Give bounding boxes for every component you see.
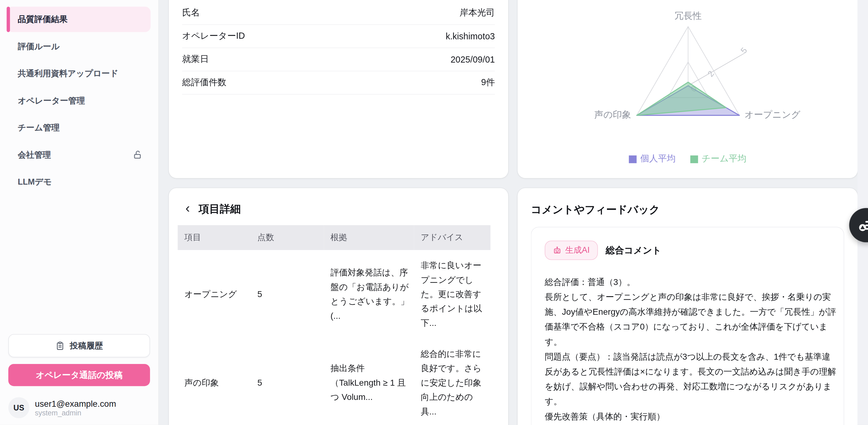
overall-comment-label: 総合コメント bbox=[606, 244, 661, 256]
sidebar-item-label: LLMデモ bbox=[18, 177, 52, 187]
legend-item-personal: 個人平均 bbox=[629, 153, 676, 165]
post-history-label: 投稿履歴 bbox=[70, 340, 103, 351]
radar-axis-redundancy: 冗長性 bbox=[674, 10, 702, 22]
clipboard-icon bbox=[56, 341, 65, 350]
sidebar: 品質評価結果 評価ルール 共通利用資料アップロード オペレーター管理 チーム管理… bbox=[0, 0, 159, 425]
profile-value: 2025/09/01 bbox=[451, 55, 495, 64]
main-content: 氏名 岸本光司 オペレーターID k.kishimoto3 就業日 2025/0… bbox=[159, 0, 868, 425]
cell-item: オープニング bbox=[178, 250, 251, 338]
sidebar-item-label: チーム管理 bbox=[18, 123, 60, 133]
sidebar-item-llm-demo[interactable]: LLMデモ bbox=[6, 169, 150, 195]
sidebar-nav: 品質評価結果 評価ルール 共通利用資料アップロード オペレーター管理 チーム管理… bbox=[0, 0, 158, 195]
profile-table: 氏名 岸本光司 オペレーターID k.kishimoto3 就業日 2025/0… bbox=[182, 2, 495, 95]
cell-advice: 非常に良いオープニングでした。更に改善するポイントは以下... bbox=[414, 250, 490, 338]
robot-icon bbox=[553, 246, 561, 255]
profile-row-operator-id: オペレーターID k.kishimoto3 bbox=[182, 25, 495, 48]
cell-basis: 評価対象発話は、序盤の「お電話ありがとうございます。」(... bbox=[324, 250, 414, 338]
column-basis: 根拠 bbox=[324, 225, 414, 250]
column-advice: アドバイス bbox=[414, 225, 490, 250]
app-root: 品質評価結果 評価ルール 共通利用資料アップロード オペレーター管理 チーム管理… bbox=[0, 0, 868, 425]
post-history-button[interactable]: 投稿履歴 bbox=[8, 334, 150, 357]
sidebar-item-label: 品質評価結果 bbox=[18, 14, 68, 25]
legend-swatch-personal bbox=[629, 155, 637, 163]
item-detail-card: ‹ 項目詳細 項目 点数 根拠 アドバイス オープニング 5 bbox=[169, 188, 508, 425]
ai-comment-text: 総合評価：普通（3）。 長所として、オープニングと声の印象は非常に良好で、挨拶・… bbox=[545, 274, 836, 425]
profile-value: k.kishimoto3 bbox=[446, 31, 495, 41]
sidebar-item-label: 会社管理 bbox=[18, 150, 51, 160]
comments-card: コメントやフィードバック 生成AI bbox=[518, 188, 858, 425]
table-row: オープニング 5 評価対象発話は、序盤の「お電話ありがとうございます。」(...… bbox=[178, 250, 490, 338]
comments-title: コメントやフィードバック bbox=[531, 203, 844, 217]
sidebar-item-quality-results[interactable]: 品質評価結果 bbox=[6, 6, 150, 32]
radar-axis-voice: 声の印象 bbox=[594, 109, 631, 121]
sidebar-item-eval-rules[interactable]: 評価ルール bbox=[6, 34, 150, 59]
cell-score: 5 bbox=[251, 338, 324, 425]
cell-advice: 総合的に非常に良好です。さらに安定した印象向上のための具... bbox=[414, 338, 490, 425]
cell-basis: 抽出条件 （TalkLength ≥ 1 且つ Volum... bbox=[324, 338, 414, 425]
sidebar-footer: 投稿履歴 オペレータ通話の投稿 US user1@example.com sys… bbox=[8, 334, 150, 418]
legend-label: チーム平均 bbox=[702, 153, 746, 165]
sidebar-item-label: オペレーター管理 bbox=[18, 95, 85, 106]
profile-label: 就業日 bbox=[182, 54, 209, 65]
sidebar-item-company-mgmt[interactable]: 会社管理 bbox=[6, 142, 150, 168]
detail-title: 項目詳細 bbox=[199, 202, 241, 216]
detail-header: ‹ 項目詳細 bbox=[185, 202, 495, 216]
sidebar-item-shared-upload[interactable]: 共通利用資料アップロード bbox=[6, 61, 150, 86]
operator-profile-card: 氏名 岸本光司 オペレーターID k.kishimoto3 就業日 2025/0… bbox=[169, 0, 508, 178]
generative-ai-label: 生成AI bbox=[565, 245, 590, 256]
radar-chart-card: 025 冗長性 オープニング 声の印象 個人平均 チーム平均 bbox=[518, 0, 858, 178]
radar-chart: 025 bbox=[518, 0, 858, 178]
profile-row-eval-count: 総評価件数 9件 bbox=[182, 71, 495, 95]
legend-item-team: チーム平均 bbox=[690, 153, 746, 165]
user-role: system_admin bbox=[35, 408, 116, 418]
sidebar-item-team-mgmt[interactable]: チーム管理 bbox=[6, 115, 150, 140]
sidebar-item-operator-mgmt[interactable]: オペレーター管理 bbox=[6, 88, 150, 113]
user-email: user1@example.com bbox=[35, 398, 116, 408]
ai-badge-row: 生成AI 総合コメント bbox=[545, 241, 834, 260]
profile-label: オペレーターID bbox=[182, 30, 245, 42]
ai-comment-box: 生成AI 総合コメント 総合評価：普通（3）。 長所として、オープニングと声の印… bbox=[531, 227, 844, 425]
radar-legend: 個人平均 チーム平均 bbox=[518, 153, 858, 165]
profile-value: 岸本光司 bbox=[459, 7, 495, 19]
column-score: 点数 bbox=[251, 225, 324, 250]
sidebar-item-label: 共通利用資料アップロード bbox=[18, 68, 118, 79]
playlist-icon bbox=[859, 218, 868, 233]
legend-label: 個人平均 bbox=[640, 153, 676, 165]
profile-row-employment-date: 就業日 2025/09/01 bbox=[182, 48, 495, 71]
unlock-icon bbox=[133, 150, 143, 160]
profile-value: 9件 bbox=[481, 77, 495, 89]
cell-score: 5 bbox=[251, 250, 324, 338]
profile-label: 総評価件数 bbox=[182, 77, 227, 89]
avatar: US bbox=[8, 397, 29, 418]
table-header-row: 項目 点数 根拠 アドバイス bbox=[178, 225, 490, 250]
profile-row-name: 氏名 岸本光司 bbox=[182, 2, 495, 25]
sidebar-item-label: 評価ルール bbox=[18, 41, 60, 52]
cell-item: 声の印象 bbox=[178, 338, 251, 425]
user-account[interactable]: US user1@example.com system_admin bbox=[8, 397, 150, 418]
radar-axis-opening: オープニング bbox=[745, 109, 800, 121]
column-item: 項目 bbox=[178, 225, 251, 250]
profile-label: 氏名 bbox=[182, 7, 200, 19]
table-row: 声の印象 5 抽出条件 （TalkLength ≥ 1 且つ Volum... … bbox=[178, 338, 490, 425]
back-chevron-icon[interactable]: ‹ bbox=[185, 203, 190, 214]
post-operator-call-button[interactable]: オペレータ通話の投稿 bbox=[8, 364, 150, 386]
item-detail-table: 項目 点数 根拠 アドバイス オープニング 5 評価対象発話は、序盤の「お電話あ… bbox=[178, 225, 490, 425]
legend-swatch-team bbox=[690, 155, 698, 163]
user-info: user1@example.com system_admin bbox=[35, 398, 116, 418]
generative-ai-badge: 生成AI bbox=[545, 241, 598, 260]
